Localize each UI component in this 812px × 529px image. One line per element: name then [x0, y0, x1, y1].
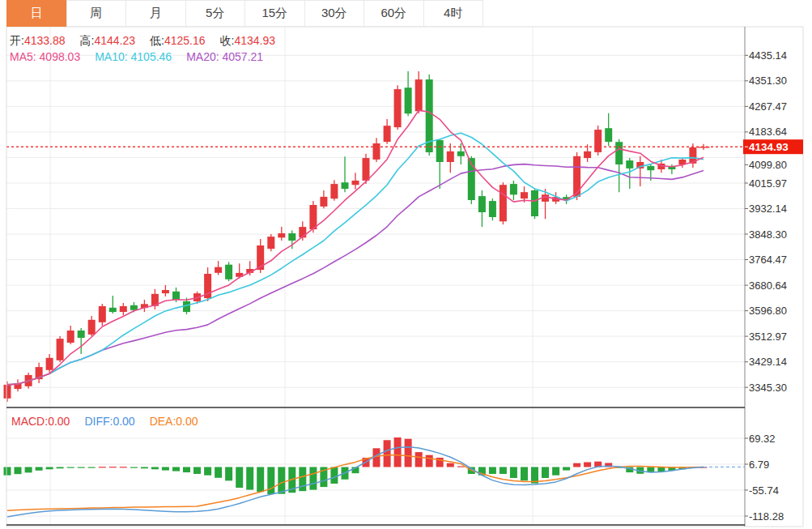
candle-body	[309, 205, 317, 229]
candle-body	[352, 181, 359, 185]
candle-body	[500, 185, 507, 221]
candle-body	[531, 190, 538, 216]
candle-body	[489, 201, 496, 217]
macd-bar	[46, 467, 53, 470]
macd-bar	[330, 467, 338, 484]
tab-60min[interactable]: 60分	[363, 0, 424, 27]
tab-day[interactable]: 日	[6, 0, 67, 27]
tab-15min[interactable]: 15分	[244, 0, 305, 27]
candle-body	[478, 196, 486, 212]
candle-body	[4, 385, 11, 399]
macd-bar	[457, 467, 465, 467]
macd-bar	[215, 467, 222, 478]
candle-body	[288, 233, 295, 241]
candle-body	[405, 87, 412, 113]
price-tick-label: 4351.30	[749, 75, 787, 87]
macd-bar	[510, 467, 517, 479]
candle-body	[278, 233, 285, 237]
macd-bar	[563, 467, 570, 471]
macd-bar	[78, 467, 85, 468]
macd-bar	[88, 467, 96, 468]
price-tick-label: 3429.14	[749, 356, 787, 368]
price-tick-label: 3848.30	[749, 228, 787, 241]
price-tick-label: 4267.47	[749, 100, 787, 113]
macd-bar	[405, 439, 412, 467]
candle-body	[363, 158, 370, 181]
price-tick-label: 3596.80	[749, 305, 787, 317]
tab-week[interactable]: 周	[66, 0, 127, 27]
macd-bar	[394, 437, 402, 467]
candle-body	[342, 182, 349, 189]
macd-bar	[278, 467, 285, 494]
candle-body	[225, 265, 232, 279]
macd-bar	[99, 467, 106, 467]
candle-body	[162, 290, 169, 293]
macd-tick-label: -55.74	[749, 484, 779, 497]
ma20-line	[7, 164, 704, 385]
candle-body	[57, 339, 64, 360]
macd-bar	[236, 467, 243, 488]
macd-bar	[4, 467, 11, 476]
macd-bar	[225, 467, 232, 481]
macd-tick-label: 6.79	[749, 459, 769, 471]
diff-line	[7, 447, 704, 517]
macd-bar	[384, 440, 391, 467]
tab-30min[interactable]: 30分	[304, 0, 365, 27]
macd-bar	[584, 463, 591, 467]
macd-bar	[257, 467, 264, 493]
price-tick-label: 3932.14	[749, 203, 787, 215]
candle-body	[647, 166, 654, 170]
candle-body	[46, 358, 53, 370]
macd-bar	[204, 467, 211, 476]
macd-bar	[246, 467, 253, 490]
price-tick-label: 4015.97	[749, 177, 787, 190]
macd-bar	[267, 467, 274, 495]
price-tick-label: 4183.64	[749, 126, 787, 138]
macd-bar	[109, 467, 117, 467]
candle-body	[510, 184, 517, 194]
svg-text:4134.93: 4134.93	[749, 141, 789, 153]
candle-body	[615, 142, 623, 164]
macd-tick-label: 69.32	[749, 433, 776, 445]
macd-bar	[299, 467, 306, 492]
macd-bar	[193, 467, 201, 475]
candle-body	[215, 267, 222, 273]
candle-body	[594, 130, 602, 152]
trading-chart-page: { "tabs": [ {"name":"tab-day","label":"日…	[0, 0, 812, 529]
macd-bar	[120, 467, 127, 467]
candle-body	[130, 305, 138, 310]
price-tick-label: 3345.30	[749, 382, 787, 394]
price-tick-label: 4099.80	[749, 159, 787, 171]
last-price-marker: 4134.93	[743, 139, 803, 154]
macd-bar	[141, 467, 148, 469]
price-tick-label: 3764.47	[749, 254, 787, 266]
candle-body	[120, 306, 127, 312]
macd-bar	[426, 455, 433, 467]
price-tick-label: 3512.97	[749, 331, 787, 343]
candle-body	[521, 192, 528, 198]
macd-bar	[57, 467, 64, 469]
tab-5min[interactable]: 5分	[185, 0, 246, 27]
candle-body	[172, 292, 180, 300]
macd-tick-label: -118.28	[749, 510, 784, 523]
macd-bar	[172, 467, 180, 471]
candle-body	[605, 128, 612, 142]
price-tick-label: 3680.64	[749, 279, 787, 292]
candle-body	[330, 184, 338, 198]
candle-body	[457, 151, 465, 156]
macd-bar	[162, 467, 169, 471]
tab-4hour[interactable]: 4时	[423, 0, 484, 27]
macd-bar	[25, 467, 32, 473]
candle-body	[584, 151, 591, 158]
tab-month[interactable]: 月	[125, 0, 186, 27]
candlestick-chart[interactable]: 4435.144351.304267.474183.644099.804015.…	[0, 0, 812, 529]
candle-body	[436, 140, 444, 162]
price-tick-label: 4435.14	[749, 49, 787, 62]
candle-body	[99, 306, 106, 322]
candle-body	[447, 151, 454, 162]
macd-bar	[489, 467, 496, 475]
macd-bar	[309, 467, 317, 490]
macd-bar	[552, 467, 559, 476]
macd-bar	[183, 467, 190, 473]
candle-body	[626, 160, 633, 169]
